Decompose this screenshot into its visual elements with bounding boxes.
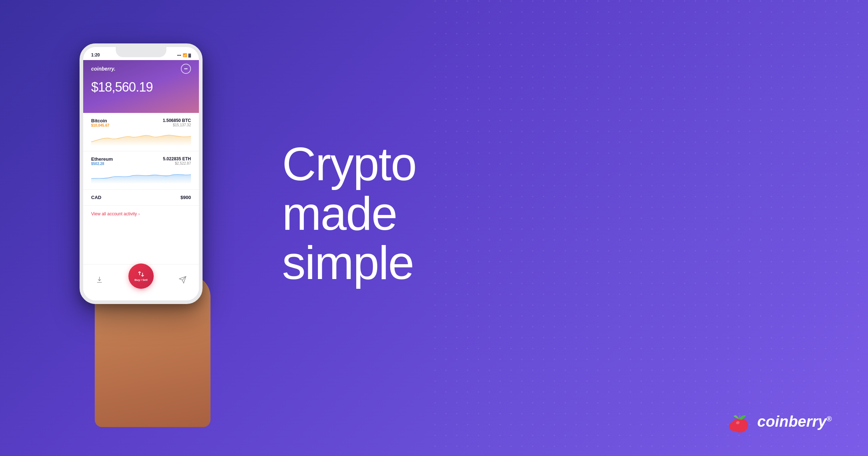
ethereum-amount: 5.022835 ETH (163, 156, 191, 161)
svg-point-3 (186, 68, 187, 69)
tagline-line3: simple (282, 238, 416, 288)
bitcoin-row[interactable]: Bitcoin $10,045.67 1.506850 BTC $15,137.… (83, 113, 199, 151)
total-balance: $18,560.19 (91, 80, 191, 102)
cad-row[interactable]: CAD $900 (83, 190, 199, 206)
tagline-line1: Crypto (282, 139, 416, 189)
svg-point-2 (184, 68, 186, 69)
signal-icon: ▪▪▪ (177, 53, 181, 57)
bitcoin-price: $10,045.67 (91, 123, 109, 127)
wifi-icon: 📶 (183, 53, 187, 57)
app-logo: coinberry. (91, 66, 115, 72)
menu-button[interactable] (181, 64, 191, 74)
app-header: coinberry. $18,560.19 (83, 60, 199, 113)
registered-mark: ® (826, 415, 832, 423)
tagline-line2: made (282, 189, 416, 238)
send-nav-item[interactable] (179, 276, 187, 284)
bottom-nav: Buy / Sell (83, 264, 199, 300)
ethereum-name: Ethereum (91, 156, 113, 162)
view-activity-text: View all account activity (91, 211, 137, 216)
status-icons: ▪▪▪ 📶 ▓ (177, 53, 191, 57)
app-body: Bitcoin $10,045.67 1.506850 BTC $15,137.… (83, 113, 199, 222)
app-nav: coinberry. (91, 64, 191, 74)
download-icon (95, 276, 103, 284)
ethereum-row[interactable]: Ethereum $502.28 5.022835 ETH $2,522.87 (83, 151, 199, 190)
deposit-nav-item[interactable] (95, 276, 103, 284)
tagline: Crypto made simple (282, 139, 416, 288)
phone-section: 1:20 ▪▪▪ 📶 ▓ coinberry. (0, 0, 253, 456)
bitcoin-value: $15,137.32 (163, 123, 191, 127)
bitcoin-amount: 1.506850 BTC (163, 118, 191, 123)
phone-hand-container: 1:20 ▪▪▪ 📶 ▓ coinberry. (40, 29, 242, 427)
cad-value: $900 (180, 195, 191, 200)
right-section: Crypto made simple (253, 110, 868, 346)
bitcoin-chart (91, 130, 191, 146)
view-activity-arrow: › (139, 212, 140, 216)
cad-label: CAD (91, 195, 101, 200)
exchange-icon (137, 270, 145, 278)
buy-sell-label: Buy / Sell (135, 278, 148, 282)
phone-notch (116, 47, 166, 57)
bitcoin-name: Bitcoin (91, 118, 109, 123)
phone-mockup: 1:20 ▪▪▪ 📶 ▓ coinberry. (80, 43, 203, 304)
coinberry-logo-icon (726, 409, 752, 434)
battery-icon: ▓ (188, 53, 191, 57)
bottom-brand: coinberry® (726, 409, 832, 434)
buy-sell-button[interactable]: Buy / Sell (128, 263, 154, 289)
brand-name: coinberry® (757, 413, 832, 430)
ethereum-chart (91, 168, 191, 184)
status-time: 1:20 (91, 52, 100, 58)
ethereum-value: $2,522.87 (163, 161, 191, 165)
send-icon (179, 276, 187, 284)
ethereum-price: $502.28 (91, 162, 113, 166)
view-activity-link[interactable]: View all account activity › (83, 206, 199, 222)
svg-point-4 (187, 68, 188, 69)
